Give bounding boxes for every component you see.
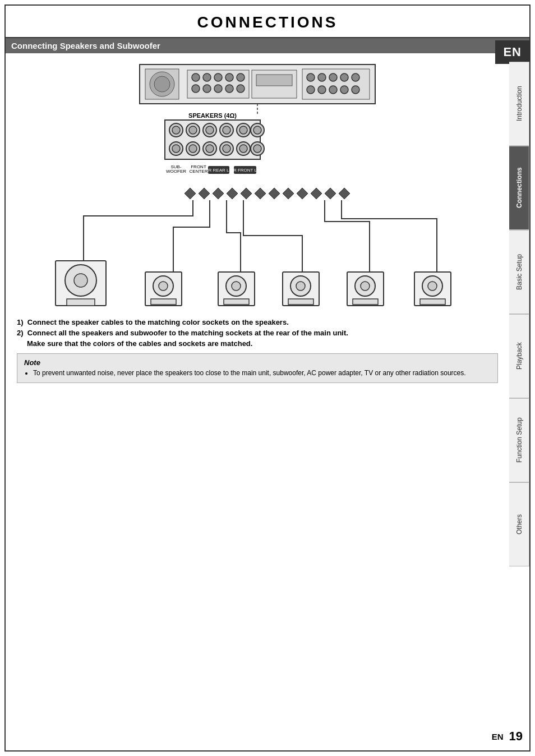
wire-connectors-left (185, 188, 350, 199)
svg-point-9 (237, 73, 245, 81)
svg-point-8 (225, 73, 233, 81)
svg-rect-88 (224, 299, 249, 305)
svg-point-23 (307, 86, 315, 94)
tab-playback[interactable]: Playback (509, 314, 529, 398)
page-container: CONNECTIONS EN Connecting Speakers and S… (4, 4, 531, 752)
svg-point-46 (189, 145, 197, 153)
speaker-panel: SPEAKERS (4Ω) (165, 112, 264, 174)
svg-text:WOOFER: WOOFER (166, 169, 186, 174)
svg-point-50 (223, 145, 230, 153)
svg-point-6 (203, 73, 211, 81)
svg-text:R REAR L: R REAR L (209, 168, 229, 173)
svg-point-19 (318, 73, 326, 81)
svg-marker-70 (283, 188, 294, 199)
speaker-front-center: FRONT CENTER (139, 272, 187, 311)
svg-point-103 (428, 282, 437, 291)
svg-marker-69 (269, 188, 280, 199)
svg-point-82 (159, 282, 168, 291)
tab-connections[interactable]: Connections (509, 146, 529, 230)
instruction-2-sub: Make sure that the colors of the cables … (27, 339, 498, 348)
svg-text:CENTER: CENTER (190, 169, 208, 174)
svg-point-21 (340, 73, 348, 81)
svg-point-24 (318, 86, 326, 94)
instruction-1: 1) Connect the speaker cables to the mat… (17, 318, 498, 326)
svg-rect-93 (288, 299, 313, 305)
svg-point-38 (223, 126, 230, 134)
instructions: 1) Connect the speaker cables to the mat… (17, 318, 498, 348)
note-list: To prevent unwanted noise, never place t… (24, 369, 491, 377)
svg-rect-98 (353, 299, 378, 305)
page-footer: EN 19 (492, 729, 523, 744)
svg-marker-68 (255, 188, 266, 199)
svg-point-3 (154, 76, 170, 92)
svg-point-14 (237, 85, 245, 93)
svg-point-10 (192, 85, 200, 93)
diagram-area: SPEAKERS (4Ω) (11, 53, 504, 311)
svg-point-36 (206, 126, 214, 134)
main-content: SPEAKERS (4Ω) (6, 53, 509, 389)
svg-point-77 (74, 274, 87, 287)
svg-text:R FRONT L: R FRONT L (233, 168, 257, 173)
svg-marker-65 (213, 188, 224, 199)
svg-point-42 (253, 126, 261, 134)
svg-marker-67 (241, 188, 252, 199)
svg-point-87 (232, 282, 241, 291)
tab-others[interactable]: Others (509, 482, 529, 566)
instruction-2: 2) Connect all the speakers and subwoofe… (17, 329, 498, 337)
svg-point-26 (340, 86, 348, 94)
svg-point-44 (172, 145, 180, 153)
svg-marker-72 (311, 188, 322, 199)
svg-point-48 (206, 145, 214, 153)
svg-point-34 (189, 126, 197, 134)
svg-point-20 (329, 73, 337, 81)
note-title: Note (24, 358, 491, 367)
svg-point-12 (214, 85, 222, 93)
svg-rect-16 (256, 75, 292, 86)
svg-point-13 (225, 85, 233, 93)
svg-point-40 (239, 126, 247, 134)
page-number: 19 (509, 729, 523, 744)
svg-marker-63 (185, 188, 196, 199)
svg-point-5 (192, 73, 200, 81)
speaker-rear-left: REAR LEFT (283, 272, 319, 311)
note-box: Note To prevent unwanted noise, never pl… (17, 353, 498, 383)
svg-point-92 (296, 282, 305, 291)
tab-introduction[interactable]: Introduction (509, 62, 529, 146)
svg-rect-104 (420, 299, 445, 305)
svg-point-97 (361, 282, 370, 291)
svg-text:SPEAKERS (4Ω): SPEAKERS (4Ω) (188, 112, 237, 119)
svg-rect-83 (151, 299, 176, 305)
speaker-front-right: FRONT RIGHT (347, 272, 384, 311)
note-item: To prevent unwanted noise, never place t… (33, 369, 491, 377)
svg-point-52 (239, 145, 247, 153)
svg-point-22 (352, 73, 359, 81)
tab-basic-setup[interactable]: Basic Setup (509, 230, 529, 314)
svg-point-11 (203, 85, 211, 93)
right-sidebar: Introduction Connections Basic Setup Pla… (509, 62, 529, 566)
speaker-front-left: FRONT LEFT (414, 272, 451, 311)
svg-rect-78 (67, 299, 95, 306)
svg-point-7 (214, 73, 222, 81)
svg-marker-66 (227, 188, 238, 199)
tab-function-setup[interactable]: Function Setup (509, 398, 529, 482)
connection-diagram: SPEAKERS (4Ω) (27, 59, 487, 311)
speaker-subwoofer: SUBWOOFER (56, 261, 106, 311)
speaker-rear-right: REAR RIGHT (217, 272, 256, 311)
svg-point-32 (172, 126, 180, 134)
svg-point-27 (352, 86, 359, 94)
receiver-unit (140, 64, 375, 115)
svg-point-25 (329, 86, 337, 94)
svg-point-18 (307, 73, 315, 81)
svg-point-54 (253, 145, 261, 153)
svg-marker-71 (297, 188, 308, 199)
en-badge-top: EN (495, 40, 529, 64)
en-label-bottom: EN (492, 732, 504, 741)
page-title: CONNECTIONS (6, 6, 529, 38)
svg-marker-74 (339, 188, 350, 199)
section-header: Connecting Speakers and Subwoofer (6, 38, 529, 53)
svg-marker-73 (325, 188, 336, 199)
svg-marker-64 (199, 188, 210, 199)
